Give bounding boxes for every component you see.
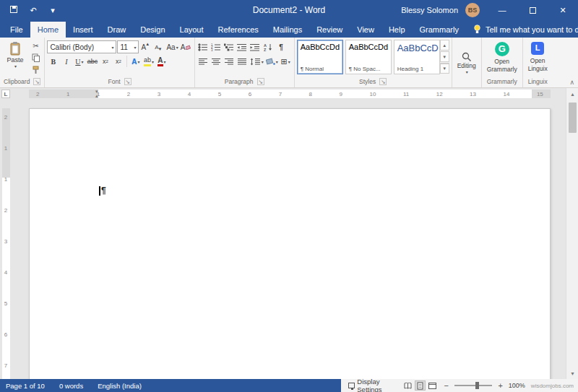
ruler-number: 11 xyxy=(403,91,409,97)
style-card[interactable]: AaBbCcDd ¶ No Spac... xyxy=(345,40,392,74)
superscript-button[interactable]: x2 xyxy=(112,55,124,68)
tab-selector[interactable]: L xyxy=(1,90,10,98)
style-card[interactable]: AaBbCcDd ¶ Normal xyxy=(297,40,343,74)
copy-icon[interactable] xyxy=(30,52,42,64)
account-user-name[interactable]: Blessy Solomon xyxy=(401,6,458,14)
close-button[interactable]: ✕ xyxy=(548,0,578,20)
horizontal-ruler[interactable]: L ▾ ▴ 21123456789101112131415 xyxy=(0,88,578,100)
tell-me-label: Tell me what you want to do xyxy=(486,25,578,34)
font-family-combobox[interactable]: Calibri (Body) ▾ xyxy=(47,40,116,53)
sort-icon[interactable]: AZ xyxy=(262,40,275,53)
align-left-icon[interactable] xyxy=(197,55,210,68)
zoom-percentage[interactable]: 100% xyxy=(509,382,525,389)
bold-button[interactable]: B xyxy=(47,55,59,68)
line-spacing-icon[interactable]: ▾ xyxy=(249,55,264,68)
monitor-icon xyxy=(348,383,355,388)
ribbon-tab[interactable]: Insert xyxy=(66,22,100,38)
strikethrough-button[interactable]: abc xyxy=(86,55,98,68)
font-dialog-launcher[interactable]: ↘ xyxy=(124,78,131,85)
print-layout-icon[interactable] xyxy=(415,380,426,391)
shading-icon[interactable]: ▾ xyxy=(265,55,279,68)
multilevel-list-icon[interactable] xyxy=(223,40,236,53)
vertical-ruler[interactable]: 211234567 xyxy=(0,100,12,379)
paragraph-mark: ¶ xyxy=(101,186,106,196)
scrollbar-thumb[interactable] xyxy=(569,103,577,133)
ribbon-tab[interactable]: Draw xyxy=(100,22,134,38)
text-highlight-button[interactable]: ab▾ xyxy=(142,55,155,68)
style-card[interactable]: AaBbCcD Heading 1 xyxy=(394,40,440,74)
ribbon-tab[interactable]: Design xyxy=(133,22,172,38)
justify-icon[interactable] xyxy=(236,55,249,68)
bullets-icon[interactable] xyxy=(197,40,210,53)
open-linguix-button[interactable]: L Open Linguix xyxy=(525,40,551,74)
styles-scroll-up-icon[interactable]: ▲ xyxy=(440,40,449,51)
show-hide-pilcrow-button[interactable]: ¶ xyxy=(275,40,288,53)
ruler-number: 7 xyxy=(279,91,282,97)
italic-button[interactable]: I xyxy=(60,55,72,68)
word-count[interactable]: 0 words xyxy=(59,382,83,390)
ribbon-tab[interactable]: Grammarly xyxy=(413,22,466,38)
collapse-ribbon-icon[interactable]: ∧ xyxy=(569,79,574,86)
font-size-combobox[interactable]: 11 ▾ xyxy=(117,40,139,53)
clipboard-dialog-launcher[interactable]: ↘ xyxy=(33,78,40,85)
display-settings-button[interactable]: Display Settings xyxy=(348,378,397,392)
zoom-in-button[interactable]: + xyxy=(498,381,502,390)
minimize-button[interactable]: — xyxy=(487,0,517,20)
styles-scroll-down-icon[interactable]: ▼ xyxy=(440,51,449,62)
format-painter-icon[interactable] xyxy=(30,64,42,76)
open-grammarly-button[interactable]: G Open Grammarly xyxy=(484,40,520,75)
font-color-button[interactable]: A▾ xyxy=(155,55,168,68)
styles-more-icon[interactable]: ▼ xyxy=(440,63,449,74)
web-layout-icon[interactable] xyxy=(427,380,438,391)
style-name: ¶ Normal xyxy=(301,66,340,72)
editing-button[interactable]: Editing ▾ xyxy=(454,50,479,77)
paragraph-dialog-launcher[interactable]: ↘ xyxy=(257,78,264,85)
zoom-slider[interactable] xyxy=(454,385,493,386)
subscript-button[interactable]: x2 xyxy=(99,55,111,68)
ribbon-tab[interactable]: References xyxy=(211,22,266,38)
ribbon-tab[interactable]: File xyxy=(3,22,30,38)
ribbon-tab[interactable]: Help xyxy=(381,22,413,38)
decrease-indent-icon[interactable] xyxy=(236,40,249,53)
ribbon-tab[interactable]: Home xyxy=(30,22,66,38)
zoom-slider-thumb[interactable] xyxy=(475,382,479,389)
cut-icon[interactable]: ✂ xyxy=(30,40,42,51)
grow-font-button[interactable]: A▲ xyxy=(139,40,152,53)
numbering-icon[interactable]: 123 xyxy=(210,40,223,53)
document-area: 211234567 ¶ xyxy=(0,100,578,379)
linguix-group-label: Linguix xyxy=(528,78,548,85)
ribbon-tab[interactable]: Review xyxy=(309,22,350,38)
styles-dialog-launcher[interactable]: ↘ xyxy=(379,78,387,85)
change-case-button[interactable]: Aa▾ xyxy=(165,40,178,53)
user-avatar[interactable]: BS xyxy=(465,3,480,17)
document-page[interactable]: ¶ xyxy=(29,108,551,379)
scroll-up-icon[interactable]: ▲ xyxy=(566,88,578,100)
editing-label: Editing xyxy=(457,62,476,70)
maximize-button[interactable] xyxy=(517,0,548,20)
scroll-down-icon[interactable]: ▼ xyxy=(566,367,578,379)
align-center-icon[interactable] xyxy=(210,55,223,68)
read-mode-icon[interactable] xyxy=(402,380,413,391)
page-indicator[interactable]: Page 1 of 10 xyxy=(6,382,45,390)
zoom-out-button[interactable]: − xyxy=(444,381,448,390)
ribbon-tab-row: FileHomeInsertDrawDesignLayoutReferences… xyxy=(0,20,578,38)
ribbon-tab[interactable]: Mailings xyxy=(266,22,309,38)
magnifier-icon xyxy=(462,52,472,62)
save-icon[interactable] xyxy=(9,6,19,14)
text-effects-button[interactable]: A▾ xyxy=(129,55,142,68)
shrink-font-button[interactable]: A▼ xyxy=(152,40,165,53)
customize-quick-access-icon[interactable]: ▾ xyxy=(48,6,58,15)
increase-indent-icon[interactable] xyxy=(249,40,262,53)
align-right-icon[interactable] xyxy=(223,55,236,68)
language-indicator[interactable]: English (India) xyxy=(98,382,142,390)
borders-icon[interactable]: ⊞▾ xyxy=(280,55,292,68)
ribbon-tab[interactable]: Layout xyxy=(173,22,211,38)
clear-formatting-button[interactable]: A xyxy=(180,40,192,53)
vertical-scrollbar[interactable]: ▲ ▼ xyxy=(566,88,578,379)
underline-button[interactable]: U▾ xyxy=(73,55,85,68)
paste-button[interactable]: Paste ▾ xyxy=(2,40,28,70)
tell-me-box[interactable]: Tell me what you want to do xyxy=(466,21,578,38)
ruler-number: 2 xyxy=(127,91,130,97)
ribbon-tab[interactable]: View xyxy=(350,22,381,38)
undo-icon[interactable]: ↶ xyxy=(28,6,38,15)
